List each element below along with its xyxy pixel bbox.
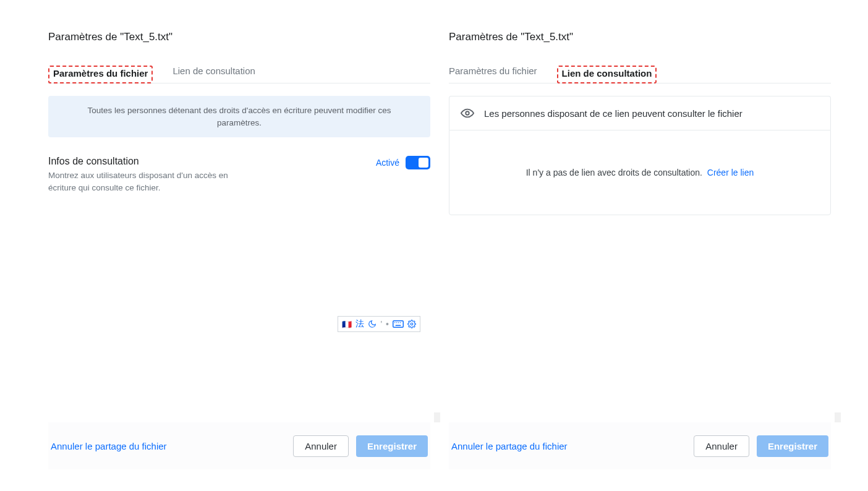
link-visibility-row[interactable]: Les personnes disposant de ce lien peuve… (449, 96, 831, 130)
panel-body-right: Les personnes disposant de ce lien peuve… (449, 83, 831, 422)
flag-icon[interactable]: 🇫🇷 (342, 320, 352, 329)
separator-icon: ' (380, 319, 382, 329)
eye-icon (461, 106, 474, 120)
svg-point-7 (466, 111, 469, 115)
tabs-right: Paramètres du fichier Lien de consultati… (449, 66, 831, 83)
setting-text: Infos de consultation Montrez aux utilis… (48, 156, 234, 194)
footer-buttons-left: Annuler Enregistrer (293, 435, 428, 457)
panel-view-link: Paramètres de "Text_5.txt" Paramètres du… (449, 31, 831, 469)
link-visibility-text: Les personnes disposant de ce lien peuve… (484, 108, 742, 119)
toggle-knob (419, 158, 428, 168)
save-button[interactable]: Enregistrer (757, 435, 828, 457)
keyboard-icon[interactable] (393, 320, 404, 328)
panel-title-left: Paramètres de "Text_5.txt" (48, 31, 430, 43)
setting-control: Activé (376, 156, 430, 169)
panel-title-right: Paramètres de "Text_5.txt" (449, 31, 831, 43)
moon-icon[interactable] (368, 320, 377, 328)
gear-icon[interactable] (407, 320, 416, 328)
svg-point-6 (411, 323, 413, 325)
cancel-button[interactable]: Annuler (694, 435, 749, 457)
setting-viewer-info: Infos de consultation Montrez aux utilis… (48, 156, 430, 194)
scrollbar-right[interactable] (835, 412, 841, 422)
toggle-state-label: Activé (376, 158, 399, 168)
panel-footer-right: Annuler le partage du fichier Annuler En… (449, 422, 831, 469)
link-empty-box: Il n'y a pas de lien avec droits de cons… (449, 130, 831, 215)
cancel-button[interactable]: Annuler (293, 435, 349, 457)
tab-file-settings[interactable]: Paramètres du fichier (48, 66, 153, 83)
tab-file-settings[interactable]: Paramètres du fichier (449, 66, 537, 83)
setting-description: Montrez aux utilisateurs disposant d'un … (48, 169, 234, 194)
tab-view-link[interactable]: Lien de consultation (172, 66, 255, 83)
save-button[interactable]: Enregistrer (356, 435, 428, 457)
tab-view-link[interactable]: Lien de consultation (557, 66, 657, 83)
create-link[interactable]: Créer le lien (707, 168, 754, 177)
setting-title: Infos de consultation (48, 156, 234, 167)
scrollbar-left[interactable] (434, 412, 440, 422)
unshare-link[interactable]: Annuler le partage du fichier (451, 441, 568, 451)
svg-rect-0 (393, 321, 404, 328)
toggle-switch[interactable] (406, 156, 430, 169)
unshare-link[interactable]: Annuler le partage du fichier (51, 441, 167, 451)
footer-buttons-right: Annuler Enregistrer (694, 435, 828, 457)
panel-footer-left: Annuler le partage du fichier Annuler En… (48, 422, 430, 469)
panel-file-settings: Paramètres de "Text_5.txt" Paramètres du… (48, 31, 430, 469)
ime-toolbar[interactable]: 🇫🇷 法 ' • (338, 316, 420, 332)
panel-body-left: Toutes les personnes détenant des droits… (48, 83, 430, 422)
bullet-icon: • (386, 319, 389, 329)
info-banner: Toutes les personnes détenant des droits… (48, 96, 430, 137)
tabs-left: Paramètres du fichier Lien de consultati… (48, 66, 430, 83)
link-empty-text: Il n'y a pas de lien avec droits de cons… (526, 168, 702, 177)
cjk-icon[interactable]: 法 (355, 318, 364, 330)
